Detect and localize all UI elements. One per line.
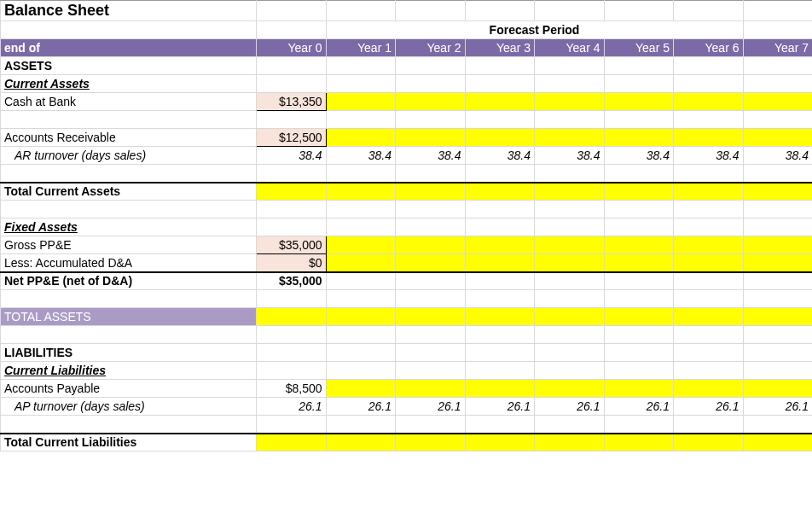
- end-of-label: end of: [1, 39, 257, 57]
- accounts-payable-y6[interactable]: [674, 380, 744, 398]
- accounts-payable-y4[interactable]: [535, 380, 605, 398]
- col-year-2: Year 2: [396, 39, 466, 57]
- total-current-liabilities-y2[interactable]: [396, 434, 466, 451]
- accounts-receivable-y1[interactable]: [326, 129, 396, 147]
- total-assets-y4[interactable]: [535, 308, 605, 326]
- total-assets-y3[interactable]: [465, 308, 535, 326]
- accounts-receivable-y5[interactable]: [604, 129, 674, 147]
- accounts-payable-y3[interactable]: [465, 380, 535, 398]
- total-current-assets-label: Total Current Assets: [1, 183, 257, 201]
- accounts-receivable-y6[interactable]: [674, 129, 744, 147]
- accounts-payable-y2[interactable]: [396, 380, 466, 398]
- total-assets-y2[interactable]: [396, 308, 466, 326]
- accounts-receivable-y4[interactable]: [535, 129, 605, 147]
- gross-ppe-y1[interactable]: [326, 236, 396, 254]
- total-current-liabilities-y3[interactable]: [465, 434, 535, 451]
- ar-turnover-y2[interactable]: 38.4: [396, 147, 466, 165]
- total-current-liabilities-y1[interactable]: [326, 434, 396, 451]
- gross-ppe-y4[interactable]: [535, 236, 605, 254]
- sheet-title: Balance Sheet: [1, 1, 257, 21]
- row-total-assets: TOTAL ASSETS: [1, 308, 813, 326]
- gross-ppe-y0[interactable]: $35,000: [257, 236, 327, 254]
- total-current-liabilities-y4[interactable]: [535, 434, 605, 451]
- cash-at-bank-y6[interactable]: [674, 93, 744, 111]
- total-current-assets-y5[interactable]: [604, 183, 674, 201]
- less-da-y3[interactable]: [465, 254, 535, 272]
- accounts-receivable-y3[interactable]: [465, 129, 535, 147]
- ar-turnover-y5[interactable]: 38.4: [604, 147, 674, 165]
- total-current-assets-y0[interactable]: [257, 183, 327, 201]
- total-assets-y0[interactable]: [257, 308, 327, 326]
- accounts-payable-y1[interactable]: [326, 380, 396, 398]
- ap-turnover-y5[interactable]: 26.1: [604, 398, 674, 416]
- gross-ppe-y5[interactable]: [604, 236, 674, 254]
- fixed-assets-heading: Fixed Assets: [1, 218, 257, 236]
- gross-ppe-y7[interactable]: [743, 236, 812, 254]
- row-ar-turnover: AR turnover (days sales) 38.4 38.4 38.4 …: [1, 147, 813, 165]
- total-current-assets-y2[interactable]: [396, 183, 466, 201]
- accounts-payable-y0[interactable]: $8,500: [257, 380, 327, 398]
- ar-turnover-y0[interactable]: 38.4: [257, 147, 327, 165]
- ap-turnover-y4[interactable]: 26.1: [535, 398, 605, 416]
- col-year-7: Year 7: [743, 39, 812, 57]
- less-da-y1[interactable]: [326, 254, 396, 272]
- col-year-0: Year 0: [257, 39, 327, 57]
- accounts-receivable-y0[interactable]: $12,500: [257, 129, 327, 147]
- ap-turnover-y2[interactable]: 26.1: [396, 398, 466, 416]
- ap-turnover-y3[interactable]: 26.1: [465, 398, 535, 416]
- current-liabilities-heading: Current Liabilities: [1, 362, 257, 380]
- cash-at-bank-y3[interactable]: [465, 93, 535, 111]
- less-da-y0[interactable]: $0: [257, 254, 327, 272]
- total-current-liabilities-y0[interactable]: [257, 434, 327, 451]
- cash-at-bank-y0[interactable]: $13,350: [257, 93, 327, 111]
- accounts-payable-y7[interactable]: [743, 380, 812, 398]
- total-current-liabilities-y6[interactable]: [674, 434, 744, 451]
- accounts-receivable-y2[interactable]: [396, 129, 466, 147]
- less-da-y5[interactable]: [604, 254, 674, 272]
- less-da-y2[interactable]: [396, 254, 466, 272]
- total-current-assets-y7[interactable]: [743, 183, 812, 201]
- ar-turnover-y7[interactable]: 38.4: [743, 147, 812, 165]
- total-current-assets-y4[interactable]: [535, 183, 605, 201]
- total-assets-y6[interactable]: [674, 308, 744, 326]
- less-da-y6[interactable]: [674, 254, 744, 272]
- row-accounts-payable: Accounts Payable $8,500: [1, 380, 813, 398]
- accounts-payable-y5[interactable]: [604, 380, 674, 398]
- cash-at-bank-y7[interactable]: [743, 93, 812, 111]
- ar-turnover-y3[interactable]: 38.4: [465, 147, 535, 165]
- total-assets-y5[interactable]: [604, 308, 674, 326]
- ar-turnover-y6[interactable]: 38.4: [674, 147, 744, 165]
- year-header-row: end of Year 0 Year 1 Year 2 Year 3 Year …: [1, 39, 813, 57]
- ap-turnover-y1[interactable]: 26.1: [326, 398, 396, 416]
- gross-ppe-y6[interactable]: [674, 236, 744, 254]
- cash-at-bank-y5[interactable]: [604, 93, 674, 111]
- cash-at-bank-label: Cash at Bank: [1, 93, 257, 111]
- ar-turnover-y4[interactable]: 38.4: [535, 147, 605, 165]
- ap-turnover-y6[interactable]: 26.1: [674, 398, 744, 416]
- ap-turnover-y7[interactable]: 26.1: [743, 398, 812, 416]
- cash-at-bank-y4[interactable]: [535, 93, 605, 111]
- total-assets-y1[interactable]: [326, 308, 396, 326]
- col-year-1: Year 1: [326, 39, 396, 57]
- gross-ppe-label: Gross PP&E: [1, 236, 257, 254]
- cash-at-bank-y1[interactable]: [326, 93, 396, 111]
- total-current-assets-y1[interactable]: [326, 183, 396, 201]
- accounts-receivable-y7[interactable]: [743, 129, 812, 147]
- gross-ppe-y2[interactable]: [396, 236, 466, 254]
- less-da-label: Less: Accumulated D&A: [1, 254, 257, 272]
- row-less-da: Less: Accumulated D&A $0: [1, 254, 813, 272]
- total-current-assets-y6[interactable]: [674, 183, 744, 201]
- ar-turnover-y1[interactable]: 38.4: [326, 147, 396, 165]
- current-assets-heading: Current Assets: [1, 75, 257, 93]
- gross-ppe-y3[interactable]: [465, 236, 535, 254]
- net-ppe-y0[interactable]: $35,000: [257, 272, 327, 290]
- cash-at-bank-y2[interactable]: [396, 93, 466, 111]
- total-current-liabilities-y7[interactable]: [743, 434, 812, 451]
- less-da-y4[interactable]: [535, 254, 605, 272]
- total-current-assets-y3[interactable]: [465, 183, 535, 201]
- less-da-y7[interactable]: [743, 254, 812, 272]
- accounts-receivable-label: Accounts Receivable: [1, 129, 257, 147]
- total-current-liabilities-y5[interactable]: [604, 434, 674, 451]
- ap-turnover-y0[interactable]: 26.1: [257, 398, 327, 416]
- total-assets-y7[interactable]: [743, 308, 812, 326]
